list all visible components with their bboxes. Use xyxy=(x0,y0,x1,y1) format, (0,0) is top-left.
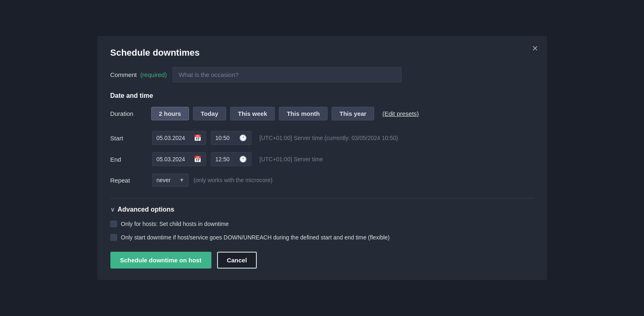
checkbox-row-child-hosts: Only for hosts: Set child hosts in downt… xyxy=(110,220,534,228)
comment-input[interactable] xyxy=(173,67,402,82)
end-row: End 📅 🕐 [UTC+01:00] Server time xyxy=(110,152,534,166)
section-divider xyxy=(110,198,534,199)
advanced-options-label: Advanced options xyxy=(118,206,175,213)
footer-row: Schedule downtime on host Cancel xyxy=(110,252,534,269)
checkbox-row-flexible: Only start downtime if host/service goes… xyxy=(110,233,534,242)
clock-icon: 🕐 xyxy=(239,134,247,142)
start-row: Start 📅 🕐 [UTC+01:00] Server time (curre… xyxy=(110,131,534,145)
end-calendar-icon: 📅 xyxy=(194,156,202,163)
end-time-input[interactable]: 🕐 xyxy=(211,152,251,166)
duration-label: Duration xyxy=(110,110,147,117)
comment-label: Comment (required) xyxy=(110,71,167,78)
preset-today-button[interactable]: Today xyxy=(193,107,226,120)
preset-2hours-button[interactable]: 2 hours xyxy=(151,107,189,120)
end-time-field[interactable] xyxy=(215,156,237,163)
flexible-downtime-checkbox[interactable] xyxy=(110,234,117,241)
advanced-options-header[interactable]: ∨ Advanced options xyxy=(110,206,534,213)
required-label: (required) xyxy=(140,71,167,78)
cancel-button[interactable]: Cancel xyxy=(217,252,257,269)
repeat-hint: (only works with the microcore) xyxy=(193,177,272,183)
start-date-field[interactable] xyxy=(157,135,191,141)
preset-this-year-button[interactable]: This year xyxy=(332,107,374,120)
repeat-select-wrapper[interactable]: never daily weekly monthly ▼ xyxy=(152,174,189,187)
chevron-down-icon: ▼ xyxy=(180,177,184,183)
comment-row: Comment (required) xyxy=(110,67,534,82)
preset-this-month-button[interactable]: This month xyxy=(279,107,328,120)
repeat-label: Repeat xyxy=(110,177,147,184)
duration-row: Duration 2 hours Today This week This mo… xyxy=(110,107,534,120)
schedule-downtimes-modal: Schedule downtimes × Comment (required) … xyxy=(97,36,547,280)
repeat-row: Repeat never daily weekly monthly ▼ (onl… xyxy=(110,174,534,187)
child-hosts-checkbox[interactable] xyxy=(110,221,117,227)
close-button[interactable]: × xyxy=(532,43,538,53)
start-time-input[interactable]: 🕐 xyxy=(211,131,251,145)
schedule-downtime-button[interactable]: Schedule downtime on host xyxy=(110,252,211,269)
preset-this-week-button[interactable]: This week xyxy=(230,107,275,120)
end-server-time: [UTC+01:00] Server time xyxy=(260,156,323,163)
date-time-section-title: Date and time xyxy=(110,92,534,99)
start-date-input[interactable]: 📅 xyxy=(152,131,206,145)
repeat-select[interactable]: never daily weekly monthly xyxy=(157,177,177,183)
start-server-time: [UTC+01:00] Server time (currently: 03/0… xyxy=(260,135,398,141)
modal-title: Schedule downtimes xyxy=(110,47,534,58)
end-label: End xyxy=(110,156,147,163)
start-time-field[interactable] xyxy=(215,135,237,141)
end-date-field[interactable] xyxy=(157,156,191,163)
flexible-downtime-label: Only start downtime if host/service goes… xyxy=(121,233,390,242)
calendar-icon: 📅 xyxy=(194,134,202,142)
end-clock-icon: 🕐 xyxy=(239,156,247,163)
edit-presets-button[interactable]: (Edit presets) xyxy=(378,107,423,120)
advanced-chevron-icon: ∨ xyxy=(110,206,114,213)
start-label: Start xyxy=(110,135,147,142)
child-hosts-label: Only for hosts: Set child hosts in downt… xyxy=(121,220,229,228)
end-date-input[interactable]: 📅 xyxy=(152,152,206,166)
